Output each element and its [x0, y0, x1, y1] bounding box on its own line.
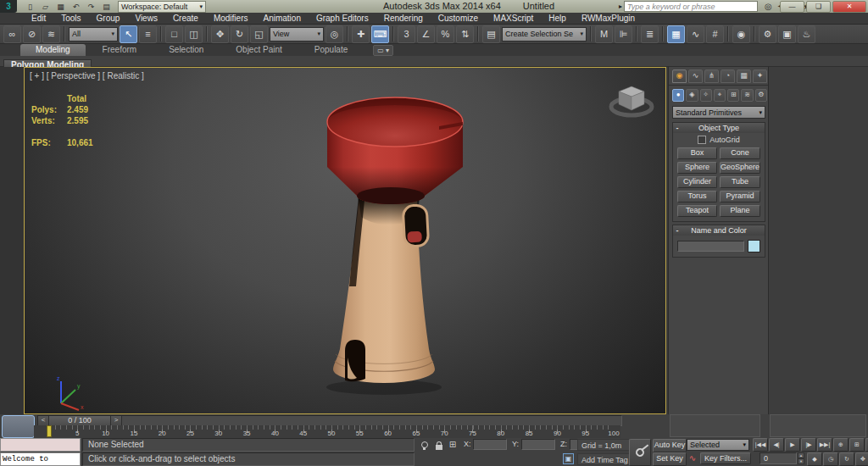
search-input[interactable]: [624, 1, 758, 12]
model-render[interactable]: z y x: [25, 68, 665, 413]
project-folder-button[interactable]: ▤: [100, 2, 113, 12]
primitive-category-dropdown[interactable]: Standard Primitives ▾: [672, 106, 765, 119]
menu-graph-editors[interactable]: Graph Editors: [309, 13, 376, 25]
obj-type-plane[interactable]: Plane: [720, 205, 760, 217]
auto-key-button[interactable]: Auto Key: [653, 439, 687, 452]
save-file-button[interactable]: ▦: [54, 2, 67, 12]
redo-button[interactable]: ↷: [85, 2, 97, 12]
subtab-lights[interactable]: ✧: [700, 89, 712, 102]
new-scene-button[interactable]: ▯: [24, 2, 36, 12]
zoom-button[interactable]: ⊕: [833, 438, 849, 452]
select-by-name-button[interactable]: ≡: [139, 25, 157, 43]
snap-toggle-3d-button[interactable]: 3: [398, 25, 415, 43]
selection-lock-icon[interactable]: [433, 440, 445, 451]
frame-spinner[interactable]: ▲▼: [798, 452, 804, 464]
obj-type-cone[interactable]: Cone: [720, 147, 760, 159]
select-object-button[interactable]: ↖: [120, 25, 137, 43]
render-production-button[interactable]: ♨: [798, 25, 815, 43]
render-setup-button[interactable]: ⚙: [759, 25, 776, 43]
ribbon-tab-object-paint[interactable]: Object Paint: [220, 44, 297, 56]
window-crossing-button[interactable]: ◫: [185, 25, 203, 43]
set-key-button[interactable]: Set Key: [653, 452, 687, 466]
menu-group[interactable]: Group: [89, 13, 128, 25]
mini-curve-editor-button[interactable]: [2, 415, 35, 438]
tab-display[interactable]: ▦: [737, 69, 751, 83]
ribbon-tab-populate[interactable]: Populate: [299, 44, 363, 56]
reference-coordinate-dropdown[interactable]: View▾: [270, 27, 324, 42]
menu-create[interactable]: Create: [165, 13, 206, 25]
maximize-button[interactable]: ❏: [806, 1, 831, 13]
manage-layers-button[interactable]: ≣: [641, 25, 659, 43]
ribbon-tab-freeform[interactable]: Freeform: [87, 44, 153, 56]
search-expand-icon[interactable]: ▸: [619, 3, 622, 10]
tab-utilities[interactable]: ✦: [753, 69, 767, 83]
subtab-space-warps[interactable]: ≋: [741, 89, 753, 102]
align-button[interactable]: ⊫: [615, 25, 632, 43]
set-keys-button[interactable]: [629, 439, 651, 466]
select-and-manipulate-button[interactable]: ✚: [352, 25, 370, 43]
goto-start-button[interactable]: |◀◀: [753, 438, 768, 452]
subtab-helpers[interactable]: ⊞: [727, 89, 739, 102]
menu-views[interactable]: Views: [127, 13, 165, 25]
lightbulb-icon[interactable]: [419, 440, 431, 451]
obj-type-box[interactable]: Box: [677, 147, 717, 159]
maxscript-mini-listener[interactable]: Welcome to MAXScrip: [0, 452, 81, 466]
viewport-label[interactable]: [ + ] [ Perspective ] [ Realistic ]: [30, 71, 144, 80]
object-color-swatch[interactable]: [748, 240, 760, 252]
orbit-button[interactable]: ↻: [839, 452, 854, 466]
name-color-header[interactable]: - Name and Color: [673, 225, 765, 236]
obj-type-torus[interactable]: Torus: [677, 191, 717, 202]
edit-named-selection-sets-button[interactable]: ▤: [482, 25, 500, 43]
add-time-tag-icon[interactable]: ▣: [563, 453, 574, 464]
zoom-all-button[interactable]: ⊞: [849, 438, 865, 452]
app-logo-icon[interactable]: 3: [0, 0, 17, 13]
material-editor-button[interactable]: ◉: [732, 25, 750, 43]
menu-tools[interactable]: Tools: [53, 13, 88, 25]
current-frame-marker[interactable]: [47, 425, 52, 437]
unlink-selection-button[interactable]: ⊘: [23, 25, 41, 43]
autogrid-checkbox[interactable]: [698, 136, 706, 144]
tab-hierarchy[interactable]: ⋔: [704, 69, 719, 83]
spinner-snap-button[interactable]: ⇅: [456, 25, 474, 43]
angle-snap-button[interactable]: ∠: [417, 25, 435, 43]
minimize-button[interactable]: —: [780, 1, 804, 13]
search-button[interactable]: ◎: [765, 1, 772, 12]
obj-type-geosphere[interactable]: GeoSphere: [720, 162, 760, 174]
subtab-systems[interactable]: ⚙: [755, 89, 767, 102]
obj-type-teapot[interactable]: Teapot: [677, 205, 717, 217]
goto-end-button[interactable]: ▶▶|: [817, 438, 832, 452]
select-and-rotate-button[interactable]: ↻: [231, 25, 248, 43]
percent-snap-button[interactable]: %: [437, 25, 454, 43]
obj-type-sphere[interactable]: Sphere: [677, 162, 717, 174]
next-frame-button[interactable]: |▶: [801, 438, 816, 452]
perspective-viewport[interactable]: z y x [ + ] [ Perspective ] [ Realistic …: [24, 67, 666, 414]
pan-button[interactable]: ✥: [855, 452, 868, 466]
undo-button[interactable]: ↶: [70, 2, 82, 12]
menu-rendering[interactable]: Rendering: [376, 13, 431, 25]
y-coordinate-field[interactable]: [521, 439, 555, 450]
ribbon-tab-selection[interactable]: Selection: [153, 44, 219, 56]
select-and-link-button[interactable]: ∞: [3, 25, 21, 43]
menu-customize[interactable]: Customize: [431, 13, 486, 25]
time-slider-handle[interactable]: 0 / 100: [49, 416, 111, 425]
prev-frame-button[interactable]: ◀|: [769, 438, 784, 452]
close-button[interactable]: ✕: [832, 1, 866, 13]
prev-frame-arrow[interactable]: <: [38, 416, 49, 425]
play-button[interactable]: ▶: [785, 438, 800, 452]
key-mode-toggle-button[interactable]: ◆: [807, 452, 822, 466]
absolute-mode-icon[interactable]: ⊞: [447, 440, 459, 451]
next-frame-arrow[interactable]: >: [111, 416, 122, 425]
key-filters-button[interactable]: Key Filters...: [700, 452, 751, 464]
rendered-frame-window-button[interactable]: ▣: [778, 25, 796, 43]
subtab-cameras[interactable]: ⌖: [714, 89, 726, 102]
subtab-geometry[interactable]: ●: [672, 89, 684, 102]
ribbon-toggle-button[interactable]: ▦: [667, 25, 685, 43]
tab-motion[interactable]: ◔: [721, 69, 735, 83]
menu-rwmaxplugin[interactable]: RWMaxPlugin: [574, 13, 643, 25]
menu-maxscript[interactable]: MAXScript: [486, 13, 541, 25]
menu-modifiers[interactable]: Modifiers: [206, 13, 256, 25]
select-and-scale-button[interactable]: ◱: [250, 25, 268, 43]
object-type-header[interactable]: - Object Type: [673, 123, 765, 133]
obj-type-cylinder[interactable]: Cylinder: [677, 176, 717, 188]
x-coordinate-field[interactable]: [473, 439, 507, 450]
